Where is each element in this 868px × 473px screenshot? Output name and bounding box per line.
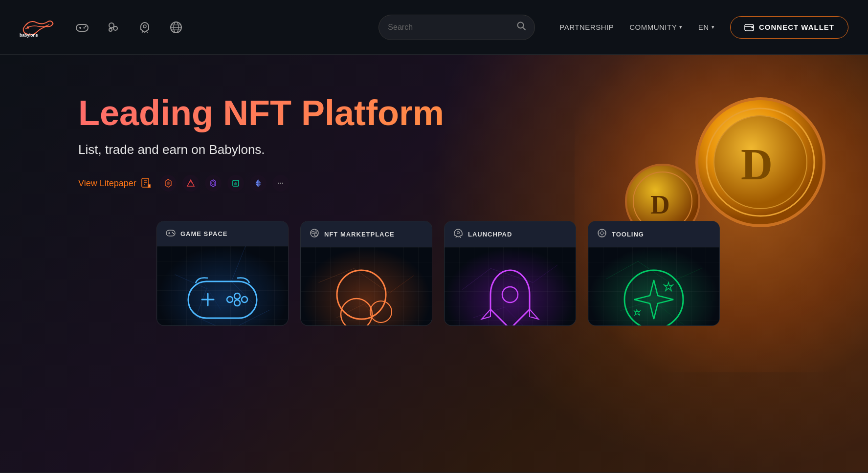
- svg-line-17: [523, 27, 525, 30]
- card-game-space-header: GAME SPACE: [157, 221, 288, 246]
- search-input[interactable]: [388, 23, 512, 32]
- language-chevron-icon: ▾: [712, 24, 715, 30]
- hero-section: D D: [0, 55, 868, 473]
- svg-text:babylons: babylons: [20, 33, 38, 38]
- card-tooling-icon: [597, 228, 607, 240]
- svg-point-76: [502, 287, 518, 302]
- svg-point-10: [143, 25, 146, 28]
- svg-point-5: [84, 27, 85, 28]
- litepaper-icon: [140, 177, 152, 189]
- nav-right: PARTNERSHIP COMMUNITY ▾ EN ▾ CONNECT WAL…: [559, 16, 848, 39]
- svg-point-8: [113, 26, 117, 30]
- svg-point-6: [85, 25, 87, 27]
- svg-point-40: [173, 233, 174, 234]
- card-tooling-header: TOOLING: [588, 221, 719, 247]
- card-launchpad-header: LAUNCHPAD: [445, 221, 576, 247]
- svg-point-7: [109, 23, 114, 28]
- logo[interactable]: babylons: [20, 15, 54, 40]
- community-link[interactable]: COMMUNITY ▾: [629, 23, 683, 31]
- search-bar[interactable]: [378, 15, 535, 40]
- chain-icons-row: ···: [160, 175, 289, 192]
- chain-icon-1[interactable]: [160, 175, 177, 192]
- hero-subtitle: List, trade and earn on Babylons.: [78, 142, 868, 157]
- card-game-space-icon: [166, 228, 176, 239]
- svg-point-0: [27, 26, 29, 29]
- litepaper-link[interactable]: View Litepaper: [78, 177, 152, 189]
- language-selector[interactable]: EN ▾: [698, 23, 714, 31]
- nav-icon-rocket[interactable]: [136, 19, 154, 36]
- community-chevron-icon: ▾: [679, 24, 683, 30]
- wallet-icon: [744, 22, 754, 32]
- card-nft-icon: [310, 228, 319, 240]
- chain-icon-4[interactable]: [227, 175, 244, 192]
- card-tooling-title: TOOLING: [612, 231, 644, 238]
- nav-icon-circles[interactable]: [105, 19, 122, 36]
- svg-point-54: [242, 297, 247, 302]
- litepaper-row: View Litepaper: [78, 175, 868, 192]
- card-nft-marketplace-header: NFT MARKETPLACE: [301, 221, 432, 247]
- svg-point-9: [109, 28, 112, 31]
- card-launchpad-title: LAUNCHPAD: [468, 231, 512, 238]
- svg-point-67: [337, 270, 386, 319]
- card-launchpad-image: [445, 247, 576, 326]
- chain-icon-3[interactable]: [205, 175, 222, 192]
- svg-rect-50: [188, 281, 257, 318]
- card-tooling[interactable]: TOOLING: [588, 221, 720, 326]
- card-nft-marketplace-title: NFT MARKETPLACE: [324, 231, 395, 238]
- partnership-link[interactable]: PARTNERSHIP: [559, 23, 614, 31]
- card-nft-marketplace[interactable]: NFT MARKETPLACE: [300, 221, 432, 326]
- card-launchpad[interactable]: LAUNCHPAD: [444, 221, 576, 326]
- nav-icon-globe[interactable]: [167, 19, 185, 36]
- card-game-space[interactable]: GAME SPACE: [156, 221, 289, 326]
- hero-content: Leading NFT Platform List, trade and ear…: [0, 55, 868, 326]
- svg-point-60: [315, 231, 317, 233]
- svg-point-55: [234, 300, 240, 306]
- nav-icon-gamepad[interactable]: [73, 19, 91, 36]
- card-game-space-image: [157, 246, 288, 326]
- connect-wallet-button[interactable]: CONNECT WALLET: [730, 16, 848, 39]
- nav-icons: [73, 19, 185, 36]
- card-nft-marketplace-image: [301, 247, 432, 326]
- chain-icon-5[interactable]: [250, 175, 267, 192]
- chain-icon-2[interactable]: [182, 175, 199, 192]
- card-game-space-title: GAME SPACE: [180, 230, 227, 237]
- svg-point-59: [314, 233, 317, 236]
- svg-point-78: [601, 232, 603, 235]
- svg-point-58: [312, 232, 314, 234]
- hero-title: Leading NFT Platform: [78, 94, 868, 132]
- card-tooling-image: [588, 247, 719, 326]
- svg-point-53: [234, 293, 240, 299]
- svg-rect-2: [76, 24, 88, 31]
- svg-point-39: [172, 232, 173, 233]
- navbar: babylons: [0, 0, 868, 55]
- svg-point-69: [370, 301, 392, 322]
- svg-point-19: [752, 27, 752, 27]
- svg-point-56: [227, 297, 233, 302]
- chain-icon-more[interactable]: ···: [272, 175, 289, 192]
- search-icon: [517, 22, 526, 33]
- cards-row: GAME SPACE: [78, 221, 868, 326]
- card-launchpad-icon: [453, 228, 463, 240]
- svg-point-70: [457, 232, 460, 234]
